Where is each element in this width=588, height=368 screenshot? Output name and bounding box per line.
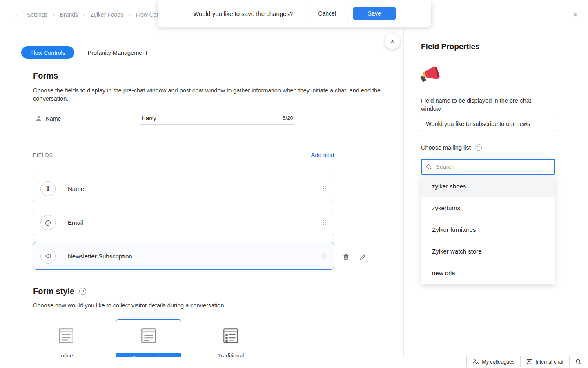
field-properties-panel: Field Properties Field name to be displa…: [404, 29, 588, 368]
internal-chat-button[interactable]: Internal chat: [520, 356, 569, 367]
flow-controls-panel: Flow Controls Profanity Management Forms…: [0, 29, 404, 357]
colleagues-icon: [472, 359, 479, 364]
text-field-icon: T: [40, 181, 56, 196]
field-card-label: Name: [68, 185, 84, 192]
megaphone-illustration-icon: [420, 64, 442, 86]
save-button[interactable]: Save: [353, 7, 396, 20]
mailing-option-zylker-shoes[interactable]: zylker shoes: [421, 175, 555, 197]
name-input[interactable]: Harry 5/20: [140, 113, 294, 125]
field-card-label: Email: [68, 219, 83, 226]
dialog-message: Would you like to save the changes?: [193, 10, 293, 17]
email-field-icon: @: [40, 215, 56, 230]
conversation-form-icon: [139, 326, 158, 347]
mailing-option-zykerfurns[interactable]: zykerfurns: [421, 197, 555, 219]
close-icon[interactable]: ×: [572, 9, 578, 20]
mailing-search-input[interactable]: [436, 164, 550, 170]
form-style-option-inline[interactable]: Inline: [46, 319, 87, 357]
mailing-list-search[interactable]: [421, 159, 555, 175]
traditional-form-icon: [221, 326, 240, 347]
panel-close-button[interactable]: ×: [385, 34, 400, 49]
drag-handle-icon[interactable]: [322, 219, 326, 226]
settings-modal: ← Settings › Brands › Zylker Foods › Flo…: [0, 0, 588, 368]
field-name-input[interactable]: [421, 117, 555, 131]
my-colleagues-label: My colleagues: [482, 359, 514, 365]
text-field-glyph: T: [46, 185, 50, 192]
forms-section-description: Choose the fields to display in the pre-…: [33, 86, 381, 103]
mailing-option-new-orla[interactable]: new orla: [421, 262, 555, 284]
name-field-row: Name Harry 5/20: [33, 113, 303, 126]
field-name-label: Field name to be displayed in the pre-ch…: [421, 97, 543, 113]
search-icon: [575, 359, 581, 365]
mailing-list-label: Choose mailing list: [421, 144, 471, 151]
status-search-button[interactable]: [569, 356, 587, 367]
my-colleagues-button[interactable]: My colleagues: [467, 356, 520, 367]
tab-bar: Flow Controls Profanity Management: [21, 46, 147, 59]
form-style-header: Form style ?: [33, 287, 86, 296]
breadcrumb-brands[interactable]: Brands: [60, 11, 78, 18]
breadcrumb-separator: ›: [83, 12, 85, 18]
mailing-option-zylker-watch-store[interactable]: Zylker watch store: [421, 240, 555, 262]
name-field-label: Name: [46, 115, 61, 122]
breadcrumb-separator: ›: [129, 12, 130, 18]
form-style-option-label: Traditional: [218, 352, 244, 357]
breadcrumb-zylker-foods[interactable]: Zylker Foods: [90, 11, 123, 18]
mailing-list-dropdown: zylker shoes zykerfurns Zylker furniture…: [421, 175, 555, 284]
email-field-glyph: @: [45, 219, 51, 226]
mailing-option-zylker-furnitures[interactable]: Zylker furnitures: [421, 219, 555, 240]
form-style-title: Form style: [33, 287, 74, 296]
name-input-value: Harry: [141, 114, 156, 121]
breadcrumb-separator: ›: [53, 12, 54, 18]
help-icon[interactable]: ?: [475, 144, 482, 151]
megaphone-icon: [40, 249, 56, 264]
add-field-link[interactable]: Add field: [311, 152, 334, 158]
back-arrow-icon[interactable]: ←: [13, 9, 22, 20]
edit-field-icon[interactable]: [359, 254, 366, 260]
drag-handle-icon[interactable]: [322, 253, 326, 259]
field-card-actions: [343, 254, 366, 260]
field-card-name[interactable]: T Name: [33, 175, 334, 202]
field-card-label: Newsletter Subscription: [68, 253, 132, 260]
chat-icon: [526, 359, 532, 365]
breadcrumb-settings[interactable]: Settings: [27, 11, 48, 18]
form-style-option-label: Inline: [59, 352, 73, 357]
form-style-description: Choose how would you like to collect vis…: [33, 302, 224, 309]
form-style-option-traditional[interactable]: Traditional: [210, 319, 251, 357]
fields-header-row: FIELDS Add field: [33, 152, 334, 158]
inline-form-icon: [57, 326, 76, 347]
fields-header-label: FIELDS: [33, 153, 53, 158]
drag-handle-icon[interactable]: [322, 185, 326, 192]
forms-section-title: Forms: [33, 71, 58, 81]
field-card-newsletter[interactable]: Newsletter Subscription: [33, 242, 334, 270]
help-icon[interactable]: ?: [79, 288, 86, 295]
delete-field-icon[interactable]: [343, 254, 350, 260]
save-changes-dialog: Would you like to save the changes? Canc…: [158, 0, 431, 27]
search-icon: [426, 164, 432, 170]
breadcrumb: Settings › Brands › Zylker Foods › Flow …: [27, 0, 171, 29]
form-style-option-conversation[interactable]: Conversation: [116, 319, 181, 357]
field-properties-title: Field Properties: [421, 42, 480, 51]
form-style-selected-label: Conversation: [116, 353, 181, 357]
field-card-email[interactable]: @ Email: [33, 209, 334, 236]
cancel-button[interactable]: Cancel: [306, 7, 348, 20]
tab-profanity-management[interactable]: Profanity Management: [88, 49, 147, 56]
status-bar: My colleagues Internal chat: [466, 356, 587, 367]
mailing-list-row: Choose mailing list ?: [421, 144, 482, 151]
person-icon: [36, 115, 42, 123]
internal-chat-label: Internal chat: [535, 359, 564, 365]
tab-flow-controls[interactable]: Flow Controls: [21, 46, 74, 59]
char-counter: 5/20: [283, 115, 293, 121]
